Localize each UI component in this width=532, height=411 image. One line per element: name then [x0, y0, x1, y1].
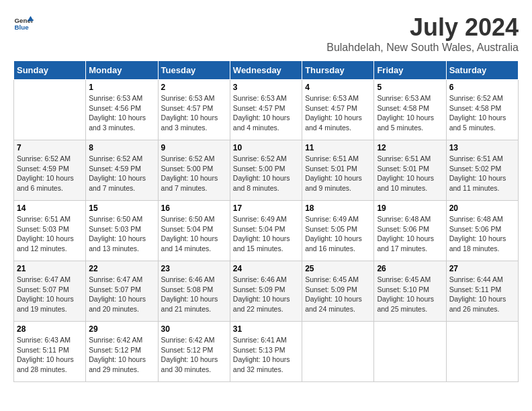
day-info: Sunrise: 6:52 AM Sunset: 4:59 PM Dayligh… — [89, 154, 154, 193]
day-info: Sunrise: 6:47 AM Sunset: 5:07 PM Dayligh… — [17, 275, 83, 314]
calendar-cell: 19Sunrise: 6:48 AM Sunset: 5:06 PM Dayli… — [374, 201, 446, 261]
day-info: Sunrise: 6:52 AM Sunset: 5:00 PM Dayligh… — [161, 154, 227, 193]
day-number: 15 — [89, 203, 154, 213]
calendar-cell: 23Sunrise: 6:46 AM Sunset: 5:08 PM Dayli… — [158, 261, 230, 322]
day-info: Sunrise: 6:44 AM Sunset: 5:11 PM Dayligh… — [449, 275, 515, 314]
logo: General Blue — [13, 13, 34, 34]
calendar-cell: 29Sunrise: 6:42 AM Sunset: 5:12 PM Dayli… — [86, 322, 158, 382]
day-number: 29 — [89, 324, 154, 334]
day-number: 16 — [161, 203, 227, 213]
day-info: Sunrise: 6:53 AM Sunset: 4:57 PM Dayligh… — [161, 93, 227, 133]
calendar-cell: 8Sunrise: 6:52 AM Sunset: 4:59 PM Daylig… — [86, 140, 158, 201]
day-number: 25 — [305, 264, 371, 273]
day-info: Sunrise: 6:50 AM Sunset: 5:04 PM Dayligh… — [161, 214, 227, 254]
week-row-4: 21Sunrise: 6:47 AM Sunset: 5:07 PM Dayli… — [14, 261, 519, 322]
day-number: 22 — [89, 264, 154, 273]
day-number: 1 — [89, 83, 154, 92]
logo-icon: General Blue — [13, 13, 34, 34]
calendar-cell: 22Sunrise: 6:47 AM Sunset: 5:07 PM Dayli… — [86, 261, 158, 322]
day-number: 13 — [449, 143, 515, 152]
calendar-cell: 26Sunrise: 6:45 AM Sunset: 5:10 PM Dayli… — [374, 261, 446, 322]
calendar-cell: 2Sunrise: 6:53 AM Sunset: 4:57 PM Daylig… — [158, 80, 230, 140]
day-number: 7 — [17, 143, 83, 152]
calendar-cell: 21Sunrise: 6:47 AM Sunset: 5:07 PM Dayli… — [14, 261, 86, 322]
day-info: Sunrise: 6:51 AM Sunset: 5:03 PM Dayligh… — [17, 214, 83, 254]
day-number: 23 — [161, 264, 227, 273]
day-number: 27 — [449, 264, 515, 273]
day-info: Sunrise: 6:53 AM Sunset: 4:57 PM Dayligh… — [305, 93, 371, 133]
day-number: 31 — [233, 324, 299, 334]
calendar-cell: 14Sunrise: 6:51 AM Sunset: 5:03 PM Dayli… — [14, 201, 86, 261]
weekday-header-friday: Friday — [374, 61, 446, 80]
calendar-cell: 7Sunrise: 6:52 AM Sunset: 4:59 PM Daylig… — [14, 140, 86, 201]
day-number: 30 — [161, 324, 227, 334]
calendar-cell: 3Sunrise: 6:53 AM Sunset: 4:57 PM Daylig… — [230, 80, 302, 140]
day-info: Sunrise: 6:53 AM Sunset: 4:56 PM Dayligh… — [89, 93, 154, 133]
day-info: Sunrise: 6:43 AM Sunset: 5:11 PM Dayligh… — [17, 335, 83, 375]
calendar-cell: 27Sunrise: 6:44 AM Sunset: 5:11 PM Dayli… — [446, 261, 518, 322]
day-info: Sunrise: 6:45 AM Sunset: 5:10 PM Dayligh… — [377, 275, 443, 314]
calendar-cell: 25Sunrise: 6:45 AM Sunset: 5:09 PM Dayli… — [302, 261, 374, 322]
calendar-cell: 11Sunrise: 6:51 AM Sunset: 5:01 PM Dayli… — [302, 140, 374, 201]
day-number: 19 — [377, 203, 443, 213]
day-number: 12 — [377, 143, 443, 152]
day-number: 18 — [305, 203, 371, 213]
day-info: Sunrise: 6:51 AM Sunset: 5:01 PM Dayligh… — [305, 154, 371, 193]
calendar-cell — [374, 322, 446, 382]
day-number: 9 — [161, 143, 227, 152]
day-info: Sunrise: 6:49 AM Sunset: 5:04 PM Dayligh… — [233, 214, 299, 254]
calendar-cell: 6Sunrise: 6:52 AM Sunset: 4:58 PM Daylig… — [446, 80, 518, 140]
location: Bulahdelah, New South Wales, Australia — [326, 42, 519, 54]
weekday-header-thursday: Thursday — [302, 61, 374, 80]
day-info: Sunrise: 6:42 AM Sunset: 5:12 PM Dayligh… — [89, 335, 154, 375]
calendar-cell: 10Sunrise: 6:52 AM Sunset: 5:00 PM Dayli… — [230, 140, 302, 201]
day-info: Sunrise: 6:53 AM Sunset: 4:57 PM Dayligh… — [233, 93, 299, 133]
day-number: 14 — [17, 203, 83, 213]
day-number: 11 — [305, 143, 371, 152]
day-info: Sunrise: 6:53 AM Sunset: 4:58 PM Dayligh… — [377, 93, 443, 133]
day-info: Sunrise: 6:42 AM Sunset: 5:12 PM Dayligh… — [161, 335, 227, 375]
calendar-cell: 13Sunrise: 6:51 AM Sunset: 5:02 PM Dayli… — [446, 140, 518, 201]
weekday-header-sunday: Sunday — [14, 61, 86, 80]
calendar-cell: 5Sunrise: 6:53 AM Sunset: 4:58 PM Daylig… — [374, 80, 446, 140]
day-info: Sunrise: 6:49 AM Sunset: 5:05 PM Dayligh… — [305, 214, 371, 254]
month-title: July 2024 — [326, 13, 519, 42]
title-block: July 2024 Bulahdelah, New South Wales, A… — [326, 13, 519, 54]
day-number: 20 — [449, 203, 515, 213]
day-info: Sunrise: 6:50 AM Sunset: 5:03 PM Dayligh… — [89, 214, 154, 254]
calendar-cell: 31Sunrise: 6:41 AM Sunset: 5:13 PM Dayli… — [230, 322, 302, 382]
calendar-cell: 17Sunrise: 6:49 AM Sunset: 5:04 PM Dayli… — [230, 201, 302, 261]
day-number: 3 — [233, 83, 299, 92]
weekday-header-wednesday: Wednesday — [230, 61, 302, 80]
day-number: 17 — [233, 203, 299, 213]
page-header: General Blue July 2024 Bulahdelah, New S… — [13, 13, 519, 54]
weekday-header-monday: Monday — [86, 61, 158, 80]
week-row-2: 7Sunrise: 6:52 AM Sunset: 4:59 PM Daylig… — [14, 140, 519, 201]
calendar-cell: 16Sunrise: 6:50 AM Sunset: 5:04 PM Dayli… — [158, 201, 230, 261]
day-number: 6 — [449, 83, 515, 92]
day-number: 4 — [305, 83, 371, 92]
day-number: 28 — [17, 324, 83, 334]
day-info: Sunrise: 6:52 AM Sunset: 4:59 PM Dayligh… — [17, 154, 83, 193]
calendar-table: SundayMondayTuesdayWednesdayThursdayFrid… — [13, 60, 519, 382]
day-info: Sunrise: 6:48 AM Sunset: 5:06 PM Dayligh… — [449, 214, 515, 254]
week-row-3: 14Sunrise: 6:51 AM Sunset: 5:03 PM Dayli… — [14, 201, 519, 261]
day-number: 26 — [377, 264, 443, 273]
day-info: Sunrise: 6:52 AM Sunset: 5:00 PM Dayligh… — [233, 154, 299, 193]
day-number: 10 — [233, 143, 299, 152]
calendar-cell: 18Sunrise: 6:49 AM Sunset: 5:05 PM Dayli… — [302, 201, 374, 261]
weekday-header-tuesday: Tuesday — [158, 61, 230, 80]
day-info: Sunrise: 6:51 AM Sunset: 5:02 PM Dayligh… — [449, 154, 515, 193]
day-info: Sunrise: 6:52 AM Sunset: 4:58 PM Dayligh… — [449, 93, 515, 133]
calendar-cell: 20Sunrise: 6:48 AM Sunset: 5:06 PM Dayli… — [446, 201, 518, 261]
day-info: Sunrise: 6:41 AM Sunset: 5:13 PM Dayligh… — [233, 335, 299, 375]
day-info: Sunrise: 6:47 AM Sunset: 5:07 PM Dayligh… — [89, 275, 154, 314]
week-row-1: 1Sunrise: 6:53 AM Sunset: 4:56 PM Daylig… — [14, 80, 519, 140]
day-info: Sunrise: 6:51 AM Sunset: 5:01 PM Dayligh… — [377, 154, 443, 193]
svg-text:Blue: Blue — [15, 24, 30, 31]
day-info: Sunrise: 6:46 AM Sunset: 5:09 PM Dayligh… — [233, 275, 299, 314]
calendar-cell: 30Sunrise: 6:42 AM Sunset: 5:12 PM Dayli… — [158, 322, 230, 382]
calendar-cell: 4Sunrise: 6:53 AM Sunset: 4:57 PM Daylig… — [302, 80, 374, 140]
calendar-cell: 15Sunrise: 6:50 AM Sunset: 5:03 PM Dayli… — [86, 201, 158, 261]
day-number: 24 — [233, 264, 299, 273]
